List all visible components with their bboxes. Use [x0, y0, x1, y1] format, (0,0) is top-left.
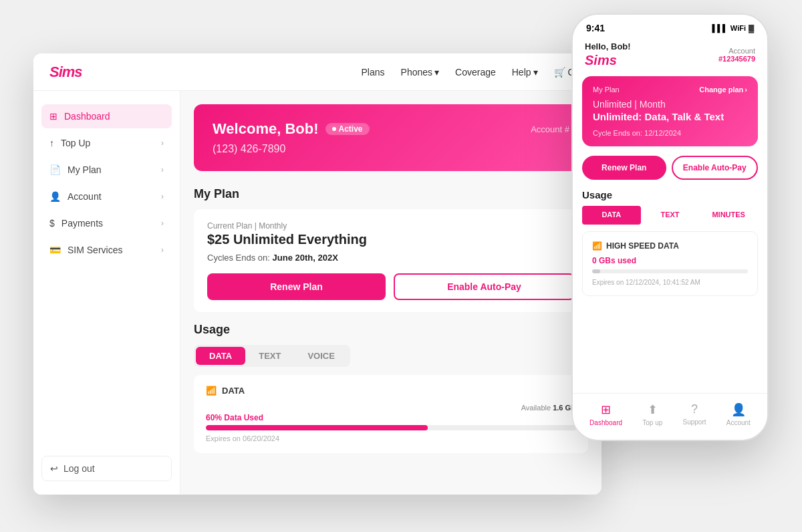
welcome-banner: Welcome, Bob! Active Account # (123) 426…	[194, 104, 588, 171]
mobile-tab-text[interactable]: TEXT	[641, 206, 700, 225]
mobile-cycle-date: Cycle Ends on: 12/12/2024	[593, 129, 747, 137]
usage-available-label: Available 1.6 GB	[206, 404, 576, 412]
usage-tabs: DATA TEXT VOICE	[194, 345, 350, 367]
dashboard-icon: ⊞	[49, 111, 57, 122]
sidebar-item-myplan[interactable]: 📄 My Plan ›	[41, 158, 172, 182]
usage-card-header: 📶 DATA	[206, 386, 576, 396]
desktop-nav: Sims Plans Phones ▾ Coverage Help ▾ 🛒 Ca…	[33, 53, 602, 91]
account-icon: 👤	[49, 191, 61, 202]
active-status-badge: Active	[325, 123, 370, 135]
sidebar-item-account[interactable]: 👤 Account ›	[41, 184, 172, 209]
simservices-icon: 💳	[49, 245, 61, 255]
plan-name: $25 Unlimited Everything	[207, 232, 575, 247]
mobile-time: 9:41	[586, 23, 605, 33]
sidebar-item-simservices[interactable]: 💳 SIM Services ›	[41, 238, 172, 262]
usage-tab-voice[interactable]: VOICE	[294, 347, 348, 365]
nav-help[interactable]: Help ▾	[512, 67, 538, 78]
help-chevron-icon: ▾	[533, 67, 538, 78]
usage-section: Usage DATA TEXT VOICE 📶 DATA Available 1…	[194, 323, 588, 453]
cart-icon: 🛒	[554, 67, 565, 78]
mobile-usage-tabs: DATA TEXT MINUTES	[582, 206, 758, 225]
logout-icon: ↩	[50, 463, 58, 474]
myplan-section-title: My Plan	[194, 187, 588, 201]
simservices-chevron-icon: ›	[161, 245, 164, 255]
plan-buttons: Renew Plan Enable Auto-Pay	[207, 273, 575, 300]
account-chevron-icon: ›	[161, 192, 164, 201]
mobile-tab-data[interactable]: DATA	[582, 206, 641, 225]
mobile-status-bar: 9:41 ▌▌▌ WiFi ▓	[573, 15, 767, 37]
plan-cycle: Cycles Ends on: June 20th, 202X	[207, 253, 575, 263]
topup-chevron-icon: ›	[161, 138, 164, 148]
mobile-account-info: Account #12345679	[718, 47, 755, 63]
usage-bar-track	[206, 425, 576, 430]
payments-icon: $	[49, 218, 55, 229]
payments-chevron-icon: ›	[161, 219, 164, 228]
desktop-logo: Sims	[49, 63, 82, 81]
desktop-main: Welcome, Bob! Active Account # (123) 426…	[180, 91, 602, 495]
account-number-label: Account #	[531, 124, 569, 134]
mobile-plan-card: My Plan Change plan › Unlimited | Month …	[582, 76, 758, 146]
plan-label: Current Plan | Monthly	[207, 221, 575, 231]
mobile-nav-dashboard[interactable]: ⊞ Dashboard	[589, 402, 622, 426]
mobile-topup-icon: ⬆	[648, 402, 658, 417]
phones-chevron-icon: ▾	[434, 67, 439, 78]
mobile-used-label: 0 GBs used	[592, 256, 748, 265]
sidebar-item-dashboard[interactable]: ⊞ Dashboard	[41, 104, 172, 128]
mobile-plan-type: Unlimited | Month	[593, 99, 747, 110]
plan-card: Current Plan | Monthly $25 Unlimited Eve…	[194, 209, 588, 312]
mobile-wifi-icon: 📶	[592, 241, 602, 251]
mobile-usage-section: Usage DATA TEXT MINUTES 📶 HIGH SPEED DAT…	[582, 189, 758, 296]
renew-plan-button[interactable]: Renew Plan	[207, 273, 386, 300]
mobile-nav-support[interactable]: ? Support	[683, 402, 706, 426]
mobile-logo: Sims	[585, 53, 631, 68]
mobile-header: Hello, Bob! Sims Account #12345679	[573, 37, 767, 76]
usage-bar-fill	[206, 425, 428, 430]
mobile-body: My Plan Change plan › Unlimited | Month …	[573, 76, 767, 374]
mobile-mockup: 9:41 ▌▌▌ WiFi ▓ Hello, Bob! Sims Account…	[571, 13, 769, 441]
mobile-hello: Hello, Bob!	[585, 41, 631, 51]
mobile-usage-card: 📶 HIGH SPEED DATA 0 GBs used Expires on …	[582, 231, 758, 296]
nav-coverage[interactable]: Coverage	[455, 67, 496, 78]
mobile-bottom-nav: ⊞ Dashboard ⬆ Top up ? Support 👤 Account	[573, 393, 767, 440]
nav-phones[interactable]: Phones ▾	[401, 67, 439, 78]
mobile-autopay-button[interactable]: Enable Auto-Pay	[672, 156, 759, 180]
mobile-account-number: #12345679	[718, 55, 755, 63]
phone-number: (123) 426-7890	[213, 143, 569, 155]
mobile-nav-account[interactable]: 👤 Account	[726, 402, 751, 426]
mobile-bar-track	[592, 269, 748, 273]
desktop-body: ⊞ Dashboard ↑ Top Up › 📄 My Plan ›	[33, 91, 602, 495]
myplan-chevron-icon: ›	[161, 165, 164, 174]
mobile-usage-title: Usage	[582, 189, 758, 201]
usage-percent-label: 60% Data Used	[206, 413, 576, 422]
mobile-expires: Expires on 12/12/2024, 10:41:52 AM	[592, 279, 748, 286]
wifi-icon: 📶	[206, 386, 217, 396]
change-plan-chevron-icon: ›	[745, 86, 747, 94]
mobile-bar-fill	[592, 269, 600, 273]
mobile-plan-buttons: Renew Plan Enable Auto-Pay	[582, 156, 758, 180]
wifi-status-icon: WiFi	[730, 24, 746, 32]
mobile-change-plan-button[interactable]: Change plan ›	[699, 86, 747, 94]
usage-tab-data[interactable]: DATA	[196, 347, 245, 365]
sidebar-item-topup[interactable]: ↑ Top Up ›	[41, 131, 172, 155]
welcome-greeting: Welcome, Bob! Active	[213, 120, 370, 138]
mobile-renew-button[interactable]: Renew Plan	[582, 156, 666, 180]
mobile-tab-minutes[interactable]: MINUTES	[699, 206, 758, 225]
mobile-plan-name: Unlimited: Data, Talk & Text	[593, 111, 747, 122]
mobile-plan-label: My Plan	[593, 86, 620, 94]
desktop-mockup: Sims Plans Phones ▾ Coverage Help ▾ 🛒 Ca…	[33, 53, 602, 495]
logout-button[interactable]: ↩ Log out	[41, 456, 172, 481]
usage-tab-text[interactable]: TEXT	[245, 347, 294, 365]
desktop-nav-links: Plans Phones ▾ Coverage Help ▾ 🛒 Cart	[362, 67, 585, 78]
mobile-account-icon: 👤	[731, 402, 746, 417]
usage-section-title: Usage	[194, 323, 588, 337]
sidebar-item-payments[interactable]: $ Payments ›	[41, 211, 172, 235]
usage-data-card: 📶 DATA Available 1.6 GB 60% Data Used Ex…	[194, 375, 588, 453]
mobile-usage-card-header: 📶 HIGH SPEED DATA	[592, 241, 748, 251]
mobile-dashboard-icon: ⊞	[601, 402, 611, 417]
topup-icon: ↑	[49, 138, 54, 148]
nav-plans[interactable]: Plans	[362, 67, 385, 78]
usage-expires: Expires on 06/20/2024	[206, 434, 576, 442]
myplan-icon: 📄	[49, 164, 61, 175]
mobile-nav-topup[interactable]: ⬆ Top up	[642, 402, 662, 426]
autopay-button[interactable]: Enable Auto-Pay	[394, 273, 575, 300]
